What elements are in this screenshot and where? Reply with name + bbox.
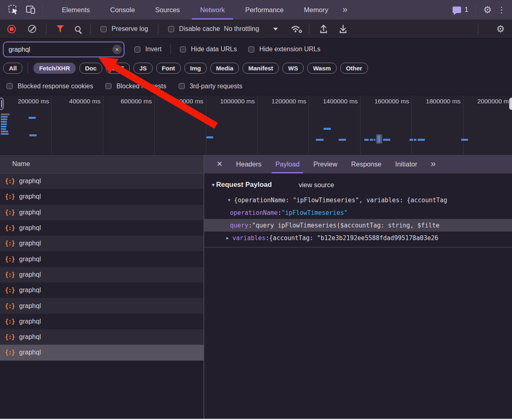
view-source-link[interactable]: view source <box>299 181 334 189</box>
request-row[interactable]: {:}graphql <box>0 282 203 298</box>
more-tabs-icon[interactable]: » <box>338 0 351 20</box>
waterfall-bar[interactable] <box>378 136 380 142</box>
hide-data-urls-option[interactable]: Hide data URLs <box>180 46 237 53</box>
detail-tab-response[interactable]: Response <box>344 155 388 173</box>
waterfall-bar[interactable] <box>364 139 369 141</box>
waterfall-bar[interactable] <box>461 139 468 141</box>
request-row[interactable]: {:}graphql <box>0 251 203 267</box>
chip-ws[interactable]: WS <box>282 63 304 74</box>
detail-more-tabs-icon[interactable]: » <box>427 155 440 173</box>
waterfall-bar[interactable] <box>370 139 373 141</box>
waterfall-bar[interactable] <box>414 139 416 141</box>
waterfall-bar[interactable] <box>28 117 36 119</box>
device-toolbar-icon[interactable] <box>24 3 37 17</box>
waterfall-bar[interactable] <box>324 128 331 130</box>
waterfall-bar[interactable] <box>409 139 413 141</box>
detail-tab-initiator[interactable]: Initiator <box>388 155 424 173</box>
inspect-element-icon[interactable] <box>7 3 20 17</box>
filter-input[interactable] <box>3 42 124 57</box>
hide-data-urls-checkbox[interactable] <box>180 46 186 52</box>
payload-preview-line[interactable]: ▼ {operationName: "ipFlowTimeseries", va… <box>204 194 512 206</box>
chip-other[interactable]: Other <box>340 63 368 74</box>
waterfall-bar[interactable] <box>1 114 10 115</box>
request-row[interactable]: {:}graphql <box>0 314 203 329</box>
preserve-log-checkbox[interactable] <box>101 26 107 32</box>
detail-tab-preview[interactable]: Preview <box>306 155 344 173</box>
chip-fetch-xhr[interactable]: Fetch/XHR <box>33 63 76 74</box>
blocked-requests-option[interactable]: Blocked requests <box>105 83 166 90</box>
blocked-requests-checkbox[interactable] <box>105 83 112 89</box>
chip-manifest[interactable]: Manifest <box>243 63 279 74</box>
request-row[interactable]: {:}graphql <box>0 236 203 251</box>
chip-all[interactable]: All <box>3 63 22 74</box>
payload-entry-variables[interactable]: ▶ variables: {accountTag: "b12e3b2192ee5… <box>204 232 512 244</box>
waterfall-bar[interactable] <box>374 139 375 141</box>
request-row[interactable]: {:}graphql <box>0 205 203 220</box>
tab-sources[interactable]: Sources <box>145 0 190 20</box>
clear-filter-icon[interactable]: ✕ <box>112 45 122 54</box>
waterfall-bar[interactable] <box>418 139 425 141</box>
waterfall-bar[interactable] <box>339 139 346 141</box>
network-conditions-icon[interactable] <box>290 24 302 34</box>
waterfall-bar[interactable] <box>1 128 6 130</box>
chip-img[interactable]: Img <box>184 63 207 74</box>
payload-entry-query[interactable]: query: "query ipFlowTimeseries($accountT… <box>204 219 512 232</box>
tab-elements[interactable]: Elements <box>52 0 100 20</box>
waterfall-bar[interactable] <box>1 123 7 125</box>
clear-network-log-icon[interactable] <box>28 25 36 33</box>
detail-tab-payload[interactable]: Payload <box>268 155 306 173</box>
preserve-log-option[interactable]: Preserve log <box>101 25 148 33</box>
request-row[interactable]: {:}graphql <box>0 298 203 313</box>
detail-tab-headers[interactable]: Headers <box>229 155 268 173</box>
payload-entry-operationName[interactable]: operationName: "ipFlowTimeseries" <box>204 206 512 219</box>
blocked-response-cookies-checkbox[interactable] <box>7 83 13 89</box>
third-party-requests-option[interactable]: 3rd-party requests <box>179 83 243 90</box>
settings-gear-icon[interactable]: ⚙ <box>483 5 492 15</box>
waterfall-bar[interactable] <box>1 121 7 122</box>
record-network-log-icon[interactable] <box>7 25 16 33</box>
tab-console[interactable]: Console <box>100 0 145 20</box>
request-row[interactable]: {:}graphql <box>0 329 203 345</box>
throttling-select[interactable]: No throttling <box>224 25 278 33</box>
disable-cache-option[interactable]: Disable cache <box>168 25 220 33</box>
invert-checkbox[interactable] <box>134 46 140 52</box>
waterfall-bar[interactable] <box>316 139 324 141</box>
chip-css[interactable]: CSS <box>106 63 130 74</box>
waterfall-bar[interactable] <box>1 126 7 127</box>
hide-extension-urls-option[interactable]: Hide extension URLs <box>248 46 320 53</box>
waterfall-bar[interactable] <box>1 116 8 118</box>
request-row[interactable]: {:}graphql <box>0 220 203 236</box>
name-column-header[interactable]: Name <box>0 155 203 173</box>
hide-extension-urls-checkbox[interactable] <box>248 46 254 52</box>
blocked-response-cookies-option[interactable]: Blocked response cookies <box>7 83 93 90</box>
waterfall-bar[interactable] <box>383 139 390 141</box>
expand-triangle-icon[interactable]: ▼ <box>228 198 230 202</box>
third-party-requests-checkbox[interactable] <box>179 83 185 89</box>
import-har-icon[interactable] <box>318 24 329 34</box>
issues-message-icon[interactable] <box>453 7 461 13</box>
waterfall-bar[interactable] <box>1 131 8 132</box>
request-row[interactable]: {:}graphql <box>0 189 203 204</box>
waterfall-bar[interactable] <box>29 134 37 136</box>
request-row[interactable]: {:}graphql <box>0 267 203 282</box>
collapse-triangle-icon[interactable]: ▼ <box>211 183 215 187</box>
request-row[interactable]: {:}graphql <box>0 173 203 189</box>
invert-filter-option[interactable]: Invert <box>134 46 162 53</box>
network-overview-timeline[interactable]: 200000 ms400000 ms600000 ms800000 ms1000… <box>0 95 512 155</box>
chip-font[interactable]: Font <box>156 63 181 74</box>
close-detail-icon[interactable]: ✕ <box>210 155 229 173</box>
waterfall-bar[interactable] <box>206 136 213 138</box>
search-icon[interactable] <box>75 26 81 32</box>
tab-memory[interactable]: Memory <box>294 0 339 20</box>
issues-count[interactable]: 1 <box>464 6 468 13</box>
tab-performance[interactable]: Performance <box>235 0 293 20</box>
waterfall-bar[interactable] <box>1 133 9 135</box>
chip-media[interactable]: Media <box>210 63 239 74</box>
network-settings-gear-icon[interactable]: ⚙ <box>496 24 505 34</box>
disable-cache-checkbox[interactable] <box>168 26 174 32</box>
tab-network[interactable]: Network <box>190 0 235 20</box>
chip-doc[interactable]: Doc <box>79 63 102 74</box>
filter-icon[interactable] <box>56 25 64 33</box>
expand-triangle-icon[interactable]: ▶ <box>226 236 229 240</box>
more-options-icon[interactable]: ⋮ <box>497 5 505 15</box>
